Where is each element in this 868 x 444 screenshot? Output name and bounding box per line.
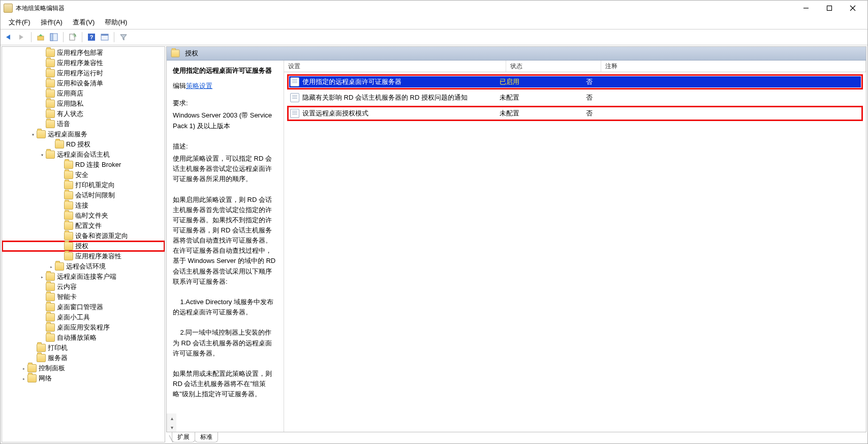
- tree-item[interactable]: 远程会话环境: [2, 261, 165, 272]
- folder-icon: [64, 181, 73, 189]
- tree-item[interactable]: 桌面窗口管理器: [2, 302, 165, 312]
- tree-item-label: 临时文件夹: [75, 211, 108, 220]
- policy-icon: [290, 109, 299, 118]
- menu-file[interactable]: 文件(F): [4, 17, 36, 28]
- tree-item[interactable]: 安全: [2, 170, 165, 180]
- svg-rect-1: [827, 6, 832, 11]
- window-title: 本地组策略编辑器: [16, 4, 65, 13]
- tree-item[interactable]: RD 连接 Broker: [2, 160, 165, 170]
- tree-item[interactable]: 控制面板: [2, 363, 165, 373]
- settings-row[interactable]: 隐藏有关影响 RD 会话主机服务器的 RD 授权问题的通知未配置否: [289, 92, 861, 103]
- menu-view[interactable]: 查看(V): [68, 17, 100, 28]
- up-level-button[interactable]: [35, 31, 47, 43]
- tree-item-label: 应用和设备清单: [57, 79, 103, 88]
- scroll-down-icon[interactable]: ▾: [167, 423, 176, 432]
- columns-header[interactable]: 设置 状态 注释: [284, 61, 866, 72]
- expander-spacer: [57, 254, 64, 259]
- tree-item[interactable]: 设备和资源重定向: [2, 231, 165, 241]
- tree-item[interactable]: 应用和设备清单: [2, 78, 165, 88]
- chevron-right-icon[interactable]: [20, 376, 27, 381]
- settings-list: 设置 状态 注释 使用指定的远程桌面许可证服务器已启用否隐藏有关影响 RD 会话…: [284, 61, 866, 432]
- chevron-right-icon[interactable]: [20, 366, 27, 371]
- requirements-text: Windows Server 2003 (带 Service Pack 1) 及…: [173, 110, 277, 131]
- tree-item[interactable]: 桌面应用安装程序: [2, 322, 165, 333]
- tree-item[interactable]: 远程桌面服务: [2, 129, 165, 139]
- folder-icon: [46, 313, 55, 321]
- chevron-right-icon[interactable]: [48, 264, 55, 270]
- tree-item[interactable]: 自动播放策略: [2, 333, 165, 343]
- col-header-state[interactable]: 状态: [506, 61, 601, 72]
- edit-label: 编辑: [173, 82, 186, 90]
- tree-item[interactable]: 配置文件: [2, 221, 165, 231]
- row-comment: 否: [586, 77, 861, 86]
- expander-spacer: [39, 81, 46, 86]
- tree-item[interactable]: 桌面小工具: [2, 312, 165, 322]
- right-pane: 授权 使用指定的远程桌面许可证服务器 编辑策略设置 要求: Windows Se…: [166, 46, 866, 442]
- show-tree-button[interactable]: [48, 31, 60, 43]
- export-button[interactable]: [67, 31, 79, 43]
- settings-row[interactable]: 使用指定的远程桌面许可证服务器已启用否: [289, 76, 861, 87]
- tree-item[interactable]: 打印机: [2, 343, 165, 353]
- tree-item-label: 控制面板: [39, 364, 65, 373]
- tree-item-label: 网络: [39, 374, 52, 383]
- tree-item[interactable]: RD 授权: [2, 139, 165, 150]
- close-button[interactable]: [841, 1, 864, 16]
- tree-pane[interactable]: 应用程序包部署应用程序兼容性应用程序运行时应用和设备清单应用商店应用隐私有人状态…: [2, 46, 165, 442]
- properties-button[interactable]: [99, 31, 111, 43]
- tree-item-label: RD 连接 Broker: [75, 160, 121, 169]
- chevron-right-icon[interactable]: [39, 274, 46, 280]
- minimize-button[interactable]: [794, 1, 818, 16]
- tree-item[interactable]: 应用程序兼容性: [2, 58, 165, 68]
- menu-help[interactable]: 帮助(H): [100, 17, 132, 28]
- tree-item[interactable]: 语音: [2, 119, 165, 129]
- help-button[interactable]: ?: [85, 31, 98, 43]
- expander-spacer: [39, 294, 46, 300]
- tree-item[interactable]: 应用隐私: [2, 99, 165, 109]
- tree-item[interactable]: 连接: [2, 200, 165, 211]
- nav-forward-button[interactable]: [16, 31, 28, 43]
- tree-item-label: 远程桌面会话主机: [57, 150, 110, 159]
- col-header-setting[interactable]: 设置: [284, 61, 506, 72]
- chevron-down-icon[interactable]: [39, 152, 46, 158]
- tree-item[interactable]: 打印机重定向: [2, 180, 165, 190]
- policy-settings-link[interactable]: 策略设置: [186, 82, 212, 90]
- tab-standard[interactable]: 标准: [195, 432, 218, 442]
- titlebar: 本地组策略编辑器: [1, 1, 867, 16]
- tree-item[interactable]: 云内容: [2, 282, 165, 292]
- tree-item-label: 桌面应用安装程序: [57, 323, 110, 332]
- folder-icon: [64, 212, 73, 220]
- expander-spacer: [57, 172, 64, 178]
- folder-icon: [64, 171, 73, 179]
- desc-scrollbar[interactable]: ▴ ▾: [167, 413, 176, 432]
- tree-item[interactable]: 应用程序包部署: [2, 48, 165, 58]
- tree-item[interactable]: 会话时间限制: [2, 190, 165, 200]
- tree-item-label: 应用隐私: [57, 99, 83, 108]
- tree-item[interactable]: 应用程序兼容性: [2, 251, 165, 261]
- tree-item-label: 桌面小工具: [57, 313, 90, 322]
- row-state: 已启用: [500, 77, 586, 86]
- tree-item[interactable]: 应用商店: [2, 88, 165, 99]
- tree-item-label: 智能卡: [57, 292, 77, 302]
- scroll-up-icon[interactable]: ▴: [167, 413, 176, 423]
- expander-spacer: [39, 101, 46, 107]
- menu-action[interactable]: 操作(A): [36, 17, 68, 28]
- tree-item[interactable]: 网络: [2, 373, 165, 383]
- col-header-comment[interactable]: 注释: [601, 61, 866, 72]
- expander-spacer: [39, 61, 46, 66]
- tree-item[interactable]: 授权: [2, 241, 165, 251]
- tree-item[interactable]: 智能卡: [2, 292, 165, 302]
- tree-item-label: 服务器: [48, 353, 68, 363]
- folder-icon: [64, 232, 73, 240]
- nav-back-button[interactable]: [3, 31, 15, 43]
- maximize-button[interactable]: [818, 1, 841, 16]
- tree-item[interactable]: 远程桌面连接客户端: [2, 272, 165, 282]
- chevron-down-icon[interactable]: [29, 132, 37, 137]
- tree-item[interactable]: 服务器: [2, 353, 165, 363]
- tree-item[interactable]: 有人状态: [2, 109, 165, 119]
- filter-button[interactable]: [117, 31, 130, 43]
- settings-row[interactable]: 设置远程桌面授权模式未配置否: [289, 108, 861, 119]
- tree-item[interactable]: 应用程序运行时: [2, 68, 165, 78]
- tree-item[interactable]: 远程桌面会话主机: [2, 150, 165, 160]
- tree-item[interactable]: 临时文件夹: [2, 211, 165, 221]
- tree-item-label: 会话时间限制: [75, 191, 115, 200]
